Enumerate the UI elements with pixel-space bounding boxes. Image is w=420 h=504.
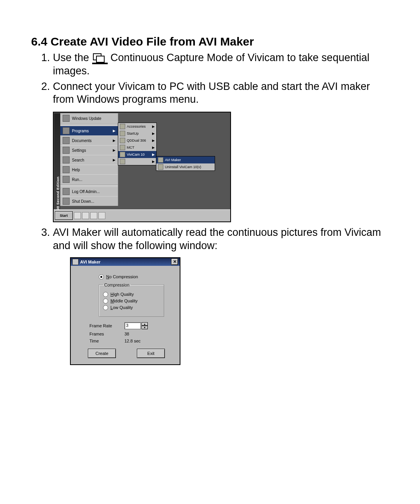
- spin-up-button[interactable]: ▲: [142, 322, 148, 326]
- chevron-right-icon: ▶: [113, 148, 116, 152]
- frame-rate-value[interactable]: 3: [124, 322, 141, 329]
- time-label: Time: [89, 339, 121, 343]
- menu-divider: [60, 185, 118, 186]
- chevron-right-icon: ▶: [113, 139, 116, 142]
- vivicam-submenu: AVI Maker Uninstall ViviCam 10(v): [156, 156, 215, 171]
- submenu-label: AVI Maker: [165, 158, 181, 162]
- submenu-item-avimaker[interactable]: AVI Maker: [156, 156, 215, 163]
- submenu-label: Accessories: [127, 125, 146, 128]
- radio-middle-quality[interactable]: Middle Quality: [103, 299, 160, 304]
- spin-down-button[interactable]: ▼: [142, 326, 148, 329]
- avi-maker-dialog: AVI Maker ✕ No Compression Compression H…: [70, 257, 180, 365]
- menu-item-logoff[interactable]: Log Off Admin...: [60, 186, 118, 196]
- step-2: Connect your Vivicam to PC with USB cabl…: [53, 80, 389, 107]
- frames-row: Frames 38: [89, 332, 173, 336]
- radio-high-quality[interactable]: High Quality: [103, 292, 160, 297]
- chevron-right-icon: ▶: [152, 125, 155, 128]
- programs-icon: [63, 127, 70, 134]
- menu-label: Settings: [72, 148, 110, 153]
- radio-label: No Compression: [106, 274, 138, 279]
- continuous-capture-icon: [92, 53, 108, 63]
- start-button[interactable]: Start: [55, 211, 73, 220]
- frame-rate-label: Frame Rate: [89, 323, 121, 328]
- menu-item-shutdown[interactable]: Shut Down...: [60, 196, 118, 206]
- step-1: Use the Continuous Capture Mode of Vivic…: [53, 51, 389, 78]
- menu-item-search[interactable]: Search ▶: [60, 155, 118, 165]
- close-button[interactable]: ✕: [171, 258, 178, 265]
- folder-icon: [120, 145, 125, 150]
- compression-group: Compression High Quality Middle Quality …: [99, 283, 164, 317]
- submenu-item-startup[interactable]: StartUp▶: [118, 130, 156, 137]
- group-legend: Compression: [103, 283, 131, 287]
- menu-label: Shut Down...: [72, 199, 116, 204]
- radio-label: High Quality: [110, 292, 134, 297]
- submenu-item-blank[interactable]: ▶: [118, 158, 156, 165]
- menu-label: Run...: [72, 177, 116, 182]
- start-menu-column: Windows Update Programs ▶ Documents ▶ Se…: [60, 113, 118, 206]
- menu-item-help[interactable]: Help: [60, 165, 118, 174]
- instruction-list-cont: AVI Maker will automatically read the co…: [31, 226, 389, 253]
- radio-icon: [103, 305, 108, 310]
- frame-rate-row: Frame Rate 3 ▲ ▼: [89, 322, 173, 329]
- app-icon: [72, 259, 79, 265]
- quicklaunch-icon[interactable]: [90, 212, 97, 219]
- menu-item-windows-update[interactable]: Windows Update: [60, 113, 118, 123]
- submenu-item-vivicam[interactable]: ViviCam 10▶: [118, 151, 156, 158]
- submenu-item-accessories[interactable]: Accessories▶: [118, 123, 156, 130]
- create-button[interactable]: Create: [88, 349, 116, 358]
- time-value: 12.8 sec: [124, 339, 141, 343]
- section-heading: 6.4 Create AVI Video File from AVI Maker: [31, 35, 389, 48]
- menu-item-programs[interactable]: Programs ▶: [60, 126, 118, 135]
- folder-icon: [120, 138, 125, 143]
- window-title: AVI Maker: [80, 260, 100, 264]
- globe-icon: [63, 115, 70, 122]
- search-icon: [63, 156, 70, 163]
- submenu-item-uninstall[interactable]: Uninstall ViviCam 10(v): [156, 163, 215, 170]
- menu-label: Programs: [72, 129, 110, 133]
- folder-icon: [120, 131, 125, 136]
- submenu-label: StartUp: [127, 132, 139, 135]
- time-row: Time 12.8 sec: [89, 339, 173, 343]
- submenu-item-qddual[interactable]: QDDual 306▶: [118, 137, 156, 144]
- radio-icon: [103, 292, 108, 297]
- documents-icon: [63, 137, 70, 144]
- frame-rate-spinner[interactable]: 3 ▲ ▼: [124, 322, 148, 329]
- quicklaunch-icon[interactable]: [82, 212, 89, 219]
- menu-item-settings[interactable]: Settings ▶: [60, 145, 118, 155]
- menu-label: Search: [72, 158, 110, 162]
- chevron-right-icon: ▶: [152, 153, 155, 156]
- run-icon: [63, 176, 70, 183]
- menu-label: Log Off Admin...: [72, 190, 116, 194]
- quicklaunch-icon[interactable]: [74, 212, 81, 219]
- folder-icon: [120, 152, 125, 157]
- chevron-right-icon: ▶: [113, 158, 116, 162]
- frames-value: 38: [124, 332, 129, 336]
- exit-button[interactable]: Exit: [137, 349, 165, 358]
- settings-icon: [63, 147, 70, 154]
- submenu-item-mct[interactable]: MCT▶: [118, 144, 156, 151]
- radio-low-quality[interactable]: Low Quality: [103, 305, 160, 310]
- chevron-right-icon: ▶: [152, 139, 155, 142]
- radio-label: Middle Quality: [110, 299, 138, 303]
- menu-item-run[interactable]: Run...: [60, 174, 118, 184]
- frames-label: Frames: [89, 332, 121, 336]
- quicklaunch-icon[interactable]: [98, 212, 105, 219]
- submenu-label: ViviCam 10: [127, 153, 145, 156]
- radio-label: Low Quality: [110, 305, 133, 310]
- dialog-buttons: Create Exit: [79, 346, 173, 359]
- menu-divider: [60, 124, 118, 125]
- folder-icon: [120, 124, 125, 129]
- menu-label: Windows Update: [72, 116, 116, 121]
- submenu-label: MCT: [127, 146, 135, 149]
- radio-no-compression[interactable]: No Compression: [99, 274, 173, 279]
- chevron-right-icon: ▶: [152, 146, 155, 149]
- start-menu-screenshot: Windows 98 Second Edition Windows Update…: [53, 112, 231, 222]
- menu-label: Documents: [72, 139, 110, 143]
- help-icon: [63, 166, 70, 173]
- chevron-right-icon: ▶: [152, 132, 155, 135]
- app-icon: [158, 157, 163, 163]
- submenu-label: Uninstall ViviCam 10(v): [165, 165, 201, 169]
- chevron-right-icon: ▶: [152, 160, 155, 163]
- menu-item-documents[interactable]: Documents ▶: [60, 135, 118, 145]
- titlebar: AVI Maker ✕: [71, 258, 180, 266]
